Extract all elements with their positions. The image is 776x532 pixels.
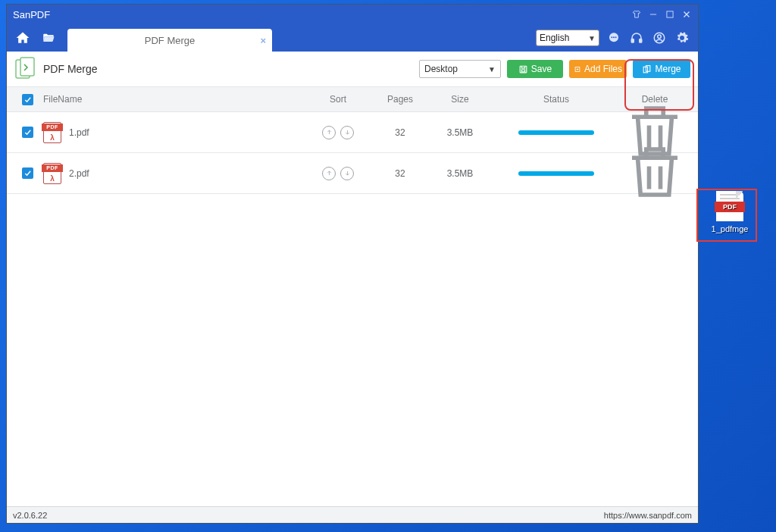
table-row: PDF λ 1.pdf 32 3.5MB — [7, 112, 698, 153]
pdf-document-icon: PDF — [716, 191, 743, 221]
table-row: PDF λ 2.pdf 32 3.5MB — [7, 153, 698, 194]
maximize-icon[interactable] — [662, 6, 678, 23]
page-title: PDF Merge — [43, 63, 98, 75]
statusbar: v2.0.6.22 https://www.sanpdf.com — [7, 506, 698, 523]
tab-label: PDF Merge — [145, 35, 195, 46]
svg-point-11 — [658, 35, 662, 39]
chat-icon[interactable] — [605, 30, 622, 46]
dropdown-arrow-icon: ▼ — [588, 34, 596, 42]
merge-label: Merge — [655, 64, 681, 74]
add-files-label: Add Files — [584, 64, 622, 74]
close-icon[interactable] — [678, 6, 695, 23]
pdf-merge-icon — [14, 57, 36, 81]
window-title: SanPDF — [13, 9, 50, 20]
headphones-icon[interactable] — [628, 30, 645, 46]
action-row: PDF Merge Desktop ▼ Save Add Files Merge — [7, 52, 698, 86]
website-link[interactable]: https://www.sanpdf.com — [604, 511, 692, 520]
svg-rect-15 — [521, 70, 524, 72]
file-name: 2.pdf — [69, 168, 89, 179]
move-up-button[interactable] — [322, 126, 336, 139]
save-label: Save — [531, 64, 552, 74]
svg-point-6 — [613, 36, 615, 38]
save-button[interactable]: Save — [507, 60, 563, 78]
file-size: 3.5MB — [428, 168, 492, 179]
language-value: English — [540, 33, 569, 43]
file-pages: 32 — [372, 127, 428, 138]
minimize-icon[interactable] — [645, 6, 662, 23]
row-checkbox[interactable] — [22, 127, 33, 138]
tab-close-icon[interactable]: × — [260, 35, 266, 46]
svg-rect-1 — [667, 11, 673, 17]
tab-pdf-merge[interactable]: PDF Merge × — [67, 29, 272, 52]
move-down-button[interactable] — [340, 167, 354, 180]
svg-point-7 — [615, 36, 617, 38]
col-sort: Sort — [304, 94, 372, 105]
row-checkbox[interactable] — [22, 167, 33, 179]
select-all-checkbox[interactable] — [22, 94, 33, 105]
language-select[interactable]: English ▼ — [536, 30, 599, 46]
move-down-button[interactable] — [340, 126, 354, 139]
version-label: v2.0.6.22 — [13, 511, 47, 520]
col-filename: FileName — [39, 94, 304, 105]
svg-rect-8 — [631, 39, 634, 43]
app-window: SanPDF PDF Merge × English ▼ — [6, 4, 699, 524]
col-size: Size — [428, 94, 492, 105]
toolbar: PDF Merge × English ▼ — [7, 24, 698, 52]
col-pages: Pages — [372, 94, 428, 105]
pdf-file-icon: PDF λ — [43, 163, 61, 184]
open-folder-icon[interactable] — [37, 27, 60, 49]
tshirt-icon[interactable] — [628, 6, 645, 23]
user-icon[interactable] — [651, 30, 668, 46]
table-header: FileName Sort Pages Size Status Delete — [7, 86, 698, 112]
content-area: PDF Merge Desktop ▼ Save Add Files Merge — [7, 52, 698, 523]
desktop-file-label: 1_pdfmge — [712, 224, 749, 233]
titlebar: SanPDF — [7, 5, 698, 24]
home-icon[interactable] — [11, 27, 34, 49]
progress-bar — [518, 171, 594, 176]
file-name: 1.pdf — [69, 127, 89, 138]
svg-rect-9 — [640, 39, 642, 43]
add-files-button[interactable]: Add Files — [569, 60, 627, 78]
svg-point-5 — [611, 36, 612, 38]
merge-button[interactable]: Merge — [633, 60, 690, 78]
destination-value: Desktop — [424, 64, 458, 74]
move-up-button[interactable] — [322, 167, 336, 180]
progress-bar — [518, 130, 594, 135]
dropdown-arrow-icon: ▼ — [488, 65, 496, 74]
file-size: 3.5MB — [428, 127, 492, 138]
destination-select[interactable]: Desktop ▼ — [419, 60, 501, 78]
col-status: Status — [492, 94, 621, 105]
file-pages: 32 — [372, 168, 428, 179]
pdf-file-icon: PDF λ — [43, 122, 61, 143]
gear-icon[interactable] — [674, 30, 690, 46]
desktop-file-icon[interactable]: PDF 1_pdfmge — [703, 191, 756, 233]
